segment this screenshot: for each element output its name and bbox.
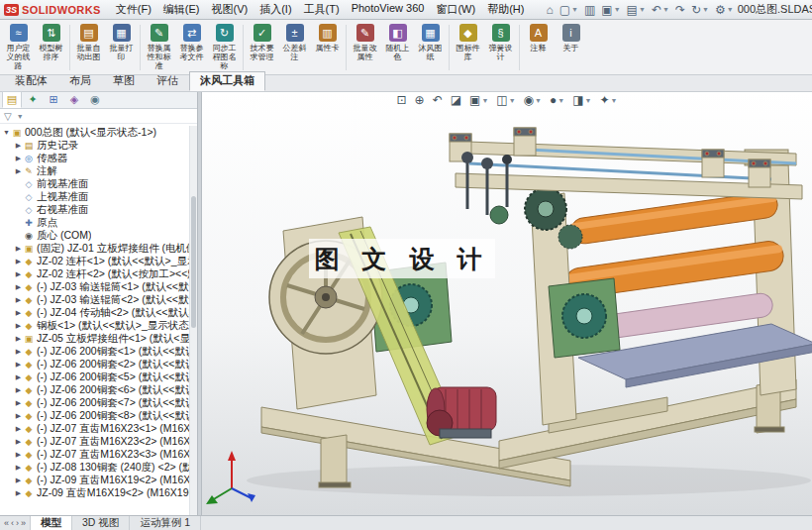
tree-item[interactable]: ▶◆(-) JZ-06 200铜套<7> (默认<<默认>_显示状 xyxy=(0,396,197,409)
tree-caret-icon[interactable]: ▶ xyxy=(14,412,23,420)
tree-item[interactable]: ✚原点 xyxy=(0,216,197,229)
tab-sketch[interactable]: 草图 xyxy=(102,71,146,91)
tree-caret-icon[interactable]: ▶ xyxy=(14,283,23,291)
tree-item[interactable]: ◇前视基准面 xyxy=(0,177,197,190)
display-style-icon[interactable]: ◫▼ xyxy=(496,93,515,107)
redo-icon[interactable]: ↷ xyxy=(672,3,688,17)
batch-edit-properties-button[interactable]: ✎批量改属性 xyxy=(349,21,381,74)
dropdown-icon[interactable]: ▼ xyxy=(702,6,709,13)
tree-item[interactable]: ▶◎传感器 xyxy=(0,152,197,164)
tab-layout[interactable]: 布局 xyxy=(58,71,102,91)
new-document-icon[interactable]: ▢▼ xyxy=(557,3,581,17)
tree-item[interactable]: ▶◆(-) JZ-07 直齿M16X23<3> (M16X23<<Defau xyxy=(0,448,197,461)
filter-dropdown-icon[interactable]: ▼ xyxy=(17,113,24,120)
section-view-icon[interactable]: ◪ xyxy=(451,93,461,107)
tree-caret-icon[interactable]: ▶ xyxy=(14,335,23,343)
sync-drawing-names-button[interactable]: ↻同步工程图名称 xyxy=(208,21,241,74)
dropdown-icon[interactable]: ▼ xyxy=(585,97,592,104)
tree-item[interactable]: ▶◆(-) JZ-06 200铜套<2> (默认<<默认>_显示状态 xyxy=(0,358,197,371)
tree-item[interactable]: ▶◆(-) JZ-06 200铜套<1> (默认<<默认>_显示状 xyxy=(0,345,197,358)
tree-caret-icon[interactable]: ▶ xyxy=(14,386,23,394)
apply-scene-icon[interactable]: ◨▼ xyxy=(572,93,591,107)
tree-caret-icon[interactable]: ▶ xyxy=(14,258,23,265)
tree-caret-icon[interactable]: ▶ xyxy=(14,245,23,253)
dropdown-icon[interactable]: ▼ xyxy=(639,6,646,13)
tree-item[interactable]: ▶◆(-) JZ-09 直齿M16X19<2> (M16X19<<Defau xyxy=(0,474,197,486)
menu-edit[interactable]: 编辑(E) xyxy=(157,0,206,19)
graphics-viewport[interactable]: ⊡⊕↶◪▣▼◫▼◉▼●▼◨▼✦▼ xyxy=(202,92,812,515)
tech-requirements-manage-button[interactable]: ✓技术要求管理 xyxy=(246,21,278,74)
tree-item[interactable]: ▶▤历史记录 xyxy=(0,139,197,152)
save-icon[interactable]: ▣▼ xyxy=(598,3,623,17)
tree-item[interactable]: ◇右视基准面 xyxy=(0,203,197,216)
next-tab-icon[interactable]: › xyxy=(16,518,19,528)
tolerance-note-button[interactable]: ±公差斜注 xyxy=(278,21,311,74)
cad-model-view[interactable]: 图 文 设 计 xyxy=(202,92,812,515)
undo-icon[interactable]: ↶▼ xyxy=(649,3,672,17)
tree-caret-icon[interactable]: ▶ xyxy=(14,322,23,330)
dropdown-icon[interactable]: ▼ xyxy=(535,97,542,104)
view-orientation-icon[interactable]: ▣▼ xyxy=(469,93,488,107)
spring-design-button[interactable]: §弹簧设计 xyxy=(484,21,517,74)
tree-item[interactable]: ▶◆JZ-02 连杆<2> (默认<按加工><<默认>_显示状 xyxy=(0,267,197,280)
configurationmanager-tab[interactable]: ⊞ xyxy=(44,91,63,108)
tree-caret-icon[interactable]: ▶ xyxy=(14,270,23,278)
menu-insert[interactable]: 插入(I) xyxy=(254,0,297,19)
menu-help[interactable]: 帮助(H) xyxy=(481,0,530,19)
tree-caret-icon[interactable]: ▶ xyxy=(14,464,23,472)
tree-item[interactable]: ▶◆JZ-02 连杆<1> (默认<<默认>_显示状 xyxy=(0,255,197,267)
tree-item[interactable]: ▶▣(固定) JZ-01 立板焊接组件 (电机侧) <1> (默认 xyxy=(0,242,197,255)
tree-caret-icon[interactable]: ▶ xyxy=(14,477,23,484)
last-tab-icon[interactable]: » xyxy=(21,518,26,528)
menu-view[interactable]: 视图(V) xyxy=(206,0,254,19)
tree-item[interactable]: ◇上视基准面 xyxy=(0,190,197,203)
home-icon[interactable]: ⌂ xyxy=(543,3,556,17)
user-defined-routing-button[interactable]: ≈用户定义的线路 xyxy=(2,21,35,74)
gb-standard-library-button[interactable]: ◆国标件库 xyxy=(452,21,484,74)
dropdown-icon[interactable]: ▼ xyxy=(614,6,621,13)
menu-photoview-360[interactable]: PhotoView 360 xyxy=(346,0,431,19)
tree-caret-icon[interactable]: ▶ xyxy=(14,425,23,433)
zoom-fit-icon[interactable]: ⊡ xyxy=(397,93,407,107)
tree-scrollbar-thumb[interactable] xyxy=(191,196,196,329)
replace-properties-standards-button[interactable]: ✎替换属性和标准 xyxy=(143,21,175,74)
bottom-tab-3d-views[interactable]: 3D 视图 xyxy=(72,516,130,530)
first-tab-icon[interactable]: « xyxy=(4,518,9,528)
edit-appearance-icon[interactable]: ●▼ xyxy=(550,93,564,107)
batch-auto-drawing-button[interactable]: ▤批量自动出图 xyxy=(72,21,105,74)
tree-item[interactable]: ▶◆(-) JZ-06 200铜套<6> (默认<<默认>_显示状 xyxy=(0,383,197,396)
tree-item[interactable]: ▶▣JZ-05 立板焊接组件<1> (默认<显示状态-1>) xyxy=(0,332,197,345)
propertymanager-tab[interactable]: ✦ xyxy=(23,91,43,108)
dropdown-icon[interactable]: ▼ xyxy=(571,6,578,13)
replace-reference-files-button[interactable]: ⇄替换参考文件 xyxy=(175,21,208,74)
tree-item[interactable]: ▶✎注解 xyxy=(0,164,197,177)
tree-caret-icon[interactable]: ▶ xyxy=(14,309,23,317)
rebuild-icon[interactable]: ↻▼ xyxy=(688,3,712,17)
tree-item[interactable]: ▶◆(-) JZ-07 直齿M16X23<2> (M16X23<<Defau xyxy=(0,435,197,448)
menu-tools[interactable]: 工具(T) xyxy=(298,0,346,19)
open-icon[interactable]: ▥ xyxy=(581,3,598,17)
property-card-button[interactable]: ▥属性卡 xyxy=(311,21,344,74)
tree-caret-icon[interactable]: ▼ xyxy=(2,129,11,136)
view-settings-icon[interactable]: ✦▼ xyxy=(599,93,617,107)
tree-item[interactable]: ▶◆(-) JZ-06 200铜套<5> (默认<<默认>_显示状 xyxy=(0,371,197,383)
dropdown-icon[interactable]: ▼ xyxy=(662,6,669,13)
about-button[interactable]: i关于 xyxy=(555,21,587,74)
tree-item[interactable]: ▶◆钢板<1> (默认<<默认>_显示状态 1>) xyxy=(0,319,197,332)
featuremanager-tab[interactable]: ▤ xyxy=(2,91,22,108)
filter-funnel-icon[interactable]: ▽ xyxy=(4,111,12,122)
mufeng-drawings-button[interactable]: ▦沐风图纸 xyxy=(414,21,447,74)
bottom-tab-model[interactable]: 模型 xyxy=(31,516,72,530)
options-icon[interactable]: ⚙▼ xyxy=(712,3,737,17)
dropdown-icon[interactable]: ▼ xyxy=(558,97,564,104)
tree-item[interactable]: ▶◆(-) JZ-04 传动轴<2> (默认<<默认>_显示状态 1 xyxy=(0,306,197,319)
dropdown-icon[interactable]: ▼ xyxy=(611,97,618,104)
tab-mufeng-toolbox[interactable]: 沐风工具箱 xyxy=(189,71,265,91)
dropdown-icon[interactable]: ▼ xyxy=(481,97,488,104)
tree-caret-icon[interactable]: ▶ xyxy=(14,296,23,304)
tab-assembly[interactable]: 装配体 xyxy=(4,71,58,91)
batch-print-button[interactable]: ▦批量打印 xyxy=(105,21,138,74)
tree-item[interactable]: ◉质心 (COM) xyxy=(0,229,197,242)
tree-caret-icon[interactable]: ▶ xyxy=(14,142,23,150)
dimxpertmanager-tab[interactable]: ◈ xyxy=(64,91,84,108)
